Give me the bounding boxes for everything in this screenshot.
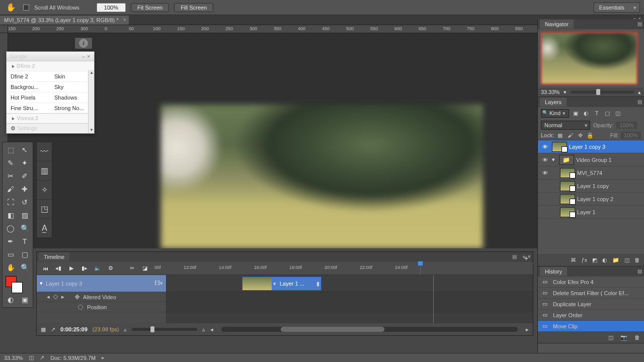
blur-tool-icon[interactable]: ◯ bbox=[4, 222, 18, 235]
workspace-selector[interactable]: Essentials bbox=[594, 3, 640, 13]
layer-name[interactable]: Video Group 1 bbox=[576, 157, 642, 163]
timeline-tab[interactable]: Timeline bbox=[39, 252, 69, 261]
eraser-tool-icon[interactable]: ◧ bbox=[4, 209, 18, 222]
scroll-right-icon[interactable]: ▸ bbox=[526, 326, 529, 333]
trash-icon[interactable]: 🗑 bbox=[634, 257, 640, 263]
mask-icon[interactable]: ◩ bbox=[592, 257, 597, 263]
collapsed-panel-2-icon[interactable]: ▥ bbox=[37, 161, 52, 180]
zoom-tool-icon2[interactable]: 🔍 bbox=[18, 261, 32, 274]
history-brush-tool-icon[interactable]: ↺ bbox=[18, 196, 32, 209]
panel-menu-icon[interactable]: ▤ bbox=[512, 254, 517, 259]
ruler-origin[interactable] bbox=[0, 25, 8, 33]
magic-wand-tool-icon[interactable]: ✦ bbox=[18, 156, 32, 169]
adjustment-icon[interactable]: ◐ bbox=[602, 257, 607, 263]
hand-tool-icon2[interactable]: ✋ bbox=[4, 261, 18, 274]
marquee-tool-icon[interactable]: ⬚ bbox=[4, 143, 18, 156]
nik-panel-titlebar[interactable]: Google –× bbox=[7, 52, 94, 61]
nik-preset[interactable]: Shadows bbox=[50, 92, 94, 103]
layer-name[interactable]: Layer 1 copy 2 bbox=[577, 196, 642, 202]
nik-scrollbar[interactable]: ▲ ▼ bbox=[88, 70, 94, 133]
next-frame-icon[interactable]: ▮▸ bbox=[80, 265, 89, 272]
nik-preset[interactable]: Fine Stru... bbox=[7, 103, 50, 113]
layer-row[interactable]: 👁▾Video Group 1 bbox=[538, 153, 644, 166]
scroll-left-icon[interactable]: ◂ bbox=[210, 326, 213, 333]
fit-screen-button[interactable]: Fit Screen bbox=[131, 3, 169, 12]
lasso-tool-icon[interactable]: ✎ bbox=[4, 156, 18, 169]
visibility-eye-icon[interactable]: 👁 bbox=[540, 157, 550, 163]
keyframe-set-icon[interactable] bbox=[75, 295, 80, 300]
zoom-level-field[interactable]: 100% bbox=[97, 3, 126, 12]
clip-menu-icon[interactable]: ▾ bbox=[272, 281, 278, 287]
close-tab-icon[interactable]: × bbox=[123, 17, 126, 23]
layer-row[interactable]: 👁MVI_5774 bbox=[538, 166, 644, 179]
layer-name[interactable]: Layer 1 bbox=[577, 209, 642, 215]
color-swatches[interactable] bbox=[4, 274, 32, 293]
nik-preset[interactable]: Strong No... bbox=[50, 103, 94, 113]
healing-tool-icon[interactable]: ✚ bbox=[18, 183, 32, 196]
status-zoom[interactable]: 33.33% bbox=[4, 355, 23, 361]
film-icon[interactable]: 🎞▾ bbox=[154, 280, 163, 287]
stopwatch-icon[interactable] bbox=[78, 305, 83, 310]
history-state[interactable]: ▭Color Efex Pro 4 bbox=[538, 277, 644, 288]
layers-tab[interactable]: Layers bbox=[540, 98, 567, 107]
layer-row[interactable]: 👁Layer 1 copy 3 bbox=[538, 140, 644, 153]
lock-image-icon[interactable]: 🖌 bbox=[566, 132, 574, 138]
playhead-flag-icon[interactable] bbox=[418, 261, 423, 266]
navigator-zoom-slider[interactable] bbox=[571, 90, 634, 94]
keyframe-lane[interactable] bbox=[167, 292, 533, 312]
history-state[interactable]: ▭Move Clip bbox=[538, 321, 644, 332]
navigator-thumbnail[interactable] bbox=[541, 32, 637, 84]
fx-icon[interactable]: ƒx bbox=[581, 257, 587, 263]
timeline-settings-icon[interactable]: ⚙ bbox=[106, 265, 115, 272]
mute-icon[interactable]: 🔈 bbox=[93, 265, 102, 272]
collapsed-panel-3-icon[interactable]: ✧ bbox=[37, 180, 52, 200]
history-state[interactable]: ▭Delete Smart Filter ( Color Ef... bbox=[538, 288, 644, 299]
scroll-down-icon[interactable]: ▼ bbox=[89, 127, 95, 133]
background-swatch[interactable] bbox=[12, 282, 23, 293]
fill-screen-button[interactable]: Fill Screen bbox=[174, 3, 213, 12]
brush-tool-icon[interactable]: 🖌 bbox=[4, 183, 18, 196]
zoom-tool-icon[interactable]: 🔍 bbox=[18, 222, 32, 235]
group-thumbnail-icon[interactable] bbox=[559, 155, 574, 165]
zoom-out-icon[interactable]: ▾ bbox=[564, 89, 567, 96]
nik-preset[interactable]: Sky bbox=[50, 81, 94, 92]
scroll-all-checkbox[interactable] bbox=[23, 5, 29, 11]
keyframe-diamond-icon[interactable] bbox=[53, 295, 58, 300]
track-header[interactable]: ▾ Layer 1 copy 3 🎞▾ bbox=[37, 275, 166, 292]
blend-mode-select[interactable]: Normal bbox=[541, 121, 590, 130]
visibility-eye-icon[interactable]: 👁 bbox=[540, 183, 550, 189]
crop-tool-icon[interactable]: ✂ bbox=[4, 169, 18, 183]
timeline-h-scrollbar[interactable] bbox=[221, 327, 518, 332]
current-time[interactable]: 0:00:25:09 bbox=[60, 326, 88, 332]
layer-row[interactable]: 👁Layer 1 copy bbox=[538, 179, 644, 193]
collapsed-panel-1-icon[interactable]: 〰 bbox=[37, 142, 52, 161]
filter-adjust-icon[interactable]: ◐ bbox=[582, 110, 591, 117]
timeline-track-area[interactable]: ▾ Layer 1 ... ▮ ↖ bbox=[167, 275, 533, 323]
track-prop-altered-video[interactable]: ◂ ▸ Altered Video bbox=[37, 292, 166, 302]
layer-thumbnail[interactable] bbox=[560, 168, 575, 178]
track-prop-position[interactable]: Position bbox=[37, 302, 166, 312]
go-start-icon[interactable]: ⏮ bbox=[41, 265, 50, 272]
history-trash-icon[interactable]: 🗑 bbox=[634, 334, 640, 340]
group-icon[interactable]: 📁 bbox=[612, 257, 619, 263]
nik-section-dfine[interactable]: ▸Dfine 2 bbox=[7, 61, 94, 71]
status-flyout-icon[interactable]: ▸ bbox=[102, 354, 105, 361]
layer-thumbnail[interactable] bbox=[560, 194, 575, 204]
bucket-tool-icon[interactable]: ▨ bbox=[18, 209, 32, 222]
lock-all-icon[interactable]: 🔒 bbox=[586, 132, 594, 139]
nik-section-viveza[interactable]: ▸Viveza 2 bbox=[7, 113, 94, 123]
nik-preset[interactable]: Hot Pixels bbox=[7, 92, 50, 103]
track-lane[interactable]: ▾ Layer 1 ... ▮ bbox=[167, 275, 533, 292]
group-expand-icon[interactable]: ▾ bbox=[550, 156, 557, 163]
add-track-icon[interactable]: ＋ bbox=[523, 254, 530, 263]
render-icon[interactable]: ↗ bbox=[51, 326, 55, 333]
playhead[interactable] bbox=[420, 262, 421, 275]
nik-preset[interactable]: Backgrou... bbox=[7, 81, 50, 92]
panel-menu-icon[interactable]: ▤ bbox=[637, 268, 642, 274]
layer-name[interactable]: MVI_5774 bbox=[577, 170, 642, 176]
history-snapshot-icon[interactable]: ◫ bbox=[608, 334, 613, 341]
type-tool-icon[interactable]: T bbox=[18, 235, 32, 248]
eyedropper-tool-icon[interactable]: ✐ bbox=[18, 169, 32, 183]
prev-frame-icon[interactable]: ◂▮ bbox=[54, 265, 63, 272]
history-tab[interactable]: History bbox=[540, 267, 567, 276]
